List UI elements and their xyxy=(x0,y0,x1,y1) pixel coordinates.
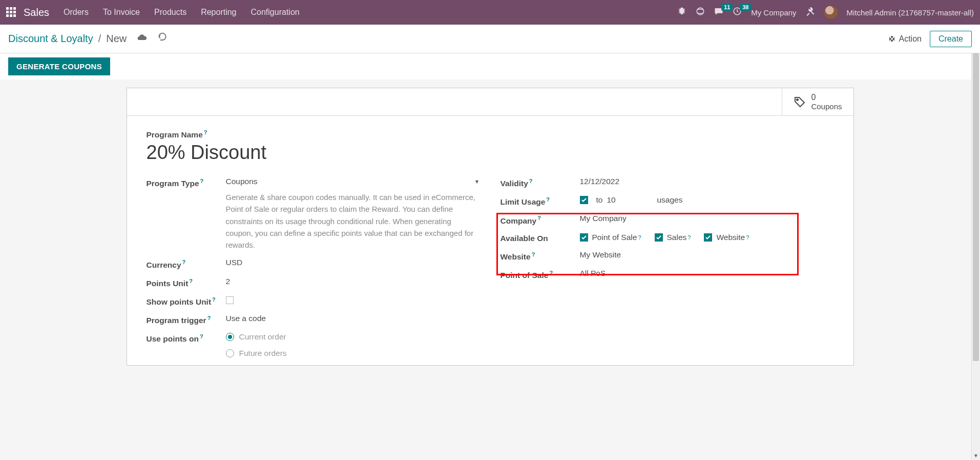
help-icon[interactable]: ? xyxy=(746,234,749,241)
bug-icon[interactable] xyxy=(677,7,686,18)
help-icon[interactable]: ? xyxy=(546,196,550,203)
generate-coupons-button[interactable]: GENERATE COUPONS xyxy=(8,57,110,75)
program-name-label: Program Name? xyxy=(147,129,834,139)
pos-label: Point of Sale? xyxy=(501,271,553,279)
available-pos-checkbox[interactable] xyxy=(580,233,588,242)
breadcrumb-root[interactable]: Discount & Loyalty xyxy=(8,33,93,45)
available-sales-checkbox[interactable] xyxy=(655,233,663,242)
discard-icon[interactable] xyxy=(157,32,168,45)
action-menu[interactable]: Action xyxy=(888,34,922,44)
nav-configuration[interactable]: Configuration xyxy=(251,8,300,17)
company-switcher[interactable]: My Company xyxy=(751,8,796,17)
help-icon[interactable]: ? xyxy=(532,251,535,257)
pos-input[interactable]: All PoS xyxy=(580,269,834,278)
use-points-label: Use points on? xyxy=(147,334,203,343)
program-type-select[interactable]: Coupons▼ xyxy=(226,177,480,186)
svg-point-2 xyxy=(797,99,798,101)
stat-count: 0 xyxy=(811,93,842,102)
support-icon[interactable] xyxy=(696,7,705,18)
breadcrumb: Discount & Loyalty / New xyxy=(8,32,168,45)
company-input[interactable]: My Company xyxy=(580,214,834,223)
show-points-label: Show points Unit? xyxy=(147,297,216,306)
apps-icon[interactable] xyxy=(6,7,16,17)
breadcrumb-current: New xyxy=(106,33,127,45)
limit-value-input[interactable]: 10 xyxy=(607,195,653,205)
website-input[interactable]: My Website xyxy=(580,250,834,259)
validity-label: Validity? xyxy=(501,179,533,188)
available-on-label: Available On xyxy=(501,234,548,243)
save-icon[interactable] xyxy=(137,32,147,45)
form-sheet: 0 Coupons Program Name? 20% Discount Pro… xyxy=(127,88,854,366)
help-icon[interactable]: ? xyxy=(687,234,691,241)
website-label: Website? xyxy=(501,252,535,261)
button-bar: GENERATE COUPONS xyxy=(0,53,980,79)
help-icon[interactable]: ? xyxy=(638,234,641,241)
tools-icon[interactable] xyxy=(806,7,815,18)
nav-products[interactable]: Products xyxy=(154,8,186,17)
limit-usage-label: Limit Usage? xyxy=(501,197,550,206)
avatar[interactable] xyxy=(824,6,838,19)
trigger-value: Use a code xyxy=(226,314,480,323)
help-icon[interactable]: ? xyxy=(189,278,193,284)
stat-coupons[interactable]: 0 Coupons xyxy=(782,88,853,115)
scrollbar[interactable]: ▲ ▼ xyxy=(971,53,980,460)
validity-input[interactable]: 12/12/2022 xyxy=(580,177,834,186)
trigger-label: Program trigger? xyxy=(147,316,211,325)
program-type-label: Program Type? xyxy=(147,179,204,188)
help-icon[interactable]: ? xyxy=(200,333,203,339)
messages-badge: 11 xyxy=(721,4,733,11)
currency-label: Currency? xyxy=(147,261,186,269)
help-icon[interactable]: ? xyxy=(537,215,541,221)
tag-icon xyxy=(794,96,806,108)
currency-input[interactable]: USD xyxy=(226,258,480,267)
activities-badge: 38 xyxy=(740,4,751,11)
help-icon[interactable]: ? xyxy=(529,178,533,184)
help-icon[interactable]: ? xyxy=(212,296,216,303)
radio-current-order[interactable]: Current order xyxy=(226,332,480,342)
available-website-checkbox[interactable] xyxy=(704,233,712,242)
help-icon[interactable]: ? xyxy=(549,270,553,276)
control-bar: Discount & Loyalty / New Action Create xyxy=(0,25,980,53)
limit-usage-checkbox[interactable] xyxy=(580,196,588,204)
program-type-help: Generate & share coupon codes manually. … xyxy=(226,191,480,251)
nav-menu: Orders To Invoice Products Reporting Con… xyxy=(64,8,300,17)
points-unit-input[interactable]: 2 xyxy=(226,277,480,286)
top-nav: Sales Orders To Invoice Products Reporti… xyxy=(0,0,980,25)
create-button[interactable]: Create xyxy=(930,31,972,47)
radio-future-orders[interactable]: Future orders xyxy=(226,349,480,358)
nav-reporting[interactable]: Reporting xyxy=(201,8,236,17)
caret-down-icon: ▼ xyxy=(474,178,480,185)
points-unit-label: Points Unit? xyxy=(147,279,193,288)
scroll-down-icon[interactable]: ▼ xyxy=(972,451,980,460)
help-icon[interactable]: ? xyxy=(182,259,186,265)
scrollbar-thumb[interactable] xyxy=(973,53,979,361)
nav-to-invoice[interactable]: To Invoice xyxy=(103,8,140,17)
app-brand[interactable]: Sales xyxy=(24,7,49,18)
messages-icon[interactable]: 11 xyxy=(714,7,723,18)
stat-label: Coupons xyxy=(811,102,842,111)
nav-orders[interactable]: Orders xyxy=(64,8,89,17)
show-points-checkbox[interactable] xyxy=(226,296,234,304)
help-icon[interactable]: ? xyxy=(204,129,207,135)
help-icon[interactable]: ? xyxy=(207,315,211,321)
activities-icon[interactable]: 38 xyxy=(733,7,742,18)
breadcrumb-sep: / xyxy=(98,33,101,45)
user-menu[interactable]: Mitchell Admin (21768757-master-all) xyxy=(847,8,974,17)
program-name-input[interactable]: 20% Discount xyxy=(147,142,834,164)
help-icon[interactable]: ? xyxy=(200,178,204,184)
company-label: Company? xyxy=(501,216,541,225)
